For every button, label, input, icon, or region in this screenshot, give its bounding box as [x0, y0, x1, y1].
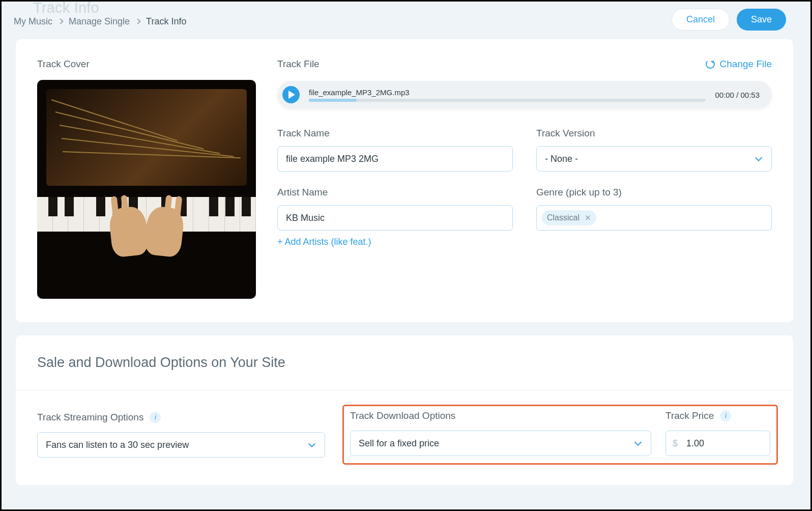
- save-button[interactable]: Save: [737, 9, 786, 31]
- breadcrumb: My Music Manage Single Track Info: [14, 16, 186, 27]
- track-price-label: Track Price: [665, 410, 714, 421]
- cover-art-hands: [103, 207, 190, 263]
- refresh-icon: [706, 60, 715, 69]
- streaming-options-value: Fans can listen to a 30 sec preview: [46, 440, 189, 450]
- track-info-panel: Track Cover: [16, 39, 793, 322]
- artist-name-input[interactable]: [277, 205, 513, 231]
- change-file-button[interactable]: Change File: [706, 59, 772, 70]
- currency-icon: $: [673, 438, 678, 449]
- streaming-options-field: Track Streaming Options i Fans can liste…: [37, 412, 325, 458]
- download-options-field: Track Download Options Sell for a fixed …: [350, 410, 651, 456]
- track-name-field: Track Name: [277, 128, 513, 172]
- chevron-down-icon: [755, 154, 762, 161]
- player-timecode: 00:00 / 00:53: [715, 91, 760, 99]
- sale-options-panel: Sale and Download Options on Your Site T…: [16, 335, 793, 485]
- streaming-options-label: Track Streaming Options: [37, 412, 143, 423]
- track-details-column: Track File Change File file_example_MP3_…: [277, 59, 772, 299]
- track-version-field: Track Version - None -: [536, 128, 772, 172]
- chevron-right-icon: [57, 18, 63, 24]
- track-price-field: Track Price i $: [665, 410, 770, 456]
- breadcrumb-current: Track Info: [146, 16, 186, 27]
- chevron-right-icon: [135, 18, 140, 24]
- artist-name-field: Artist Name + Add Artists (like feat.): [277, 187, 513, 247]
- track-cover-section: Track Cover: [37, 59, 256, 299]
- breadcrumb-manage-single[interactable]: Manage Single: [69, 16, 130, 27]
- sale-options-title: Sale and Download Options on Your Site: [37, 355, 772, 371]
- genre-tag: Classical ✕: [542, 210, 596, 225]
- track-name-label: Track Name: [277, 128, 513, 139]
- download-options-select[interactable]: Sell for a fixed price: [350, 431, 651, 456]
- add-artists-link[interactable]: + Add Artists (like feat.): [277, 237, 513, 247]
- track-cover-image[interactable]: [37, 80, 256, 299]
- track-version-label: Track Version: [536, 128, 772, 139]
- track-name-input[interactable]: [277, 146, 513, 172]
- play-button[interactable]: [282, 86, 300, 103]
- track-version-value: - None -: [545, 154, 578, 164]
- genre-label: Genre (pick up to 3): [536, 187, 772, 198]
- track-price-input[interactable]: [665, 431, 770, 456]
- info-icon[interactable]: i: [720, 410, 731, 421]
- play-icon: [288, 91, 295, 99]
- header-row: Track Info My Music Manage Single Track …: [2, 2, 801, 32]
- streaming-options-select[interactable]: Fans can listen to a 30 sec preview: [37, 432, 325, 458]
- genre-tagbox[interactable]: Classical ✕: [536, 205, 772, 231]
- chevron-down-icon: [634, 439, 642, 446]
- track-file-label: Track File: [277, 59, 320, 70]
- track-version-select[interactable]: - None -: [536, 146, 772, 172]
- info-icon[interactable]: i: [150, 412, 161, 423]
- audio-player: file_example_MP3_2MG.mp3 00:00 / 00:53: [277, 81, 772, 108]
- track-cover-label: Track Cover: [37, 59, 256, 70]
- download-options-value: Sell for a fixed price: [359, 438, 439, 449]
- divider: [16, 390, 793, 390]
- cancel-button[interactable]: Cancel: [672, 9, 730, 31]
- breadcrumb-my-music[interactable]: My Music: [14, 16, 52, 27]
- genre-tag-label: Classical: [547, 213, 579, 222]
- player-filename: file_example_MP3_2MG.mp3: [309, 88, 706, 97]
- artist-name-label: Artist Name: [277, 187, 513, 198]
- genre-field: Genre (pick up to 3) Classical ✕: [536, 187, 772, 247]
- remove-tag-icon[interactable]: ✕: [585, 213, 591, 222]
- page-bg-title: Track Info: [33, 0, 99, 16]
- player-progress-bar[interactable]: [309, 99, 706, 102]
- cover-art-strings: [46, 89, 247, 186]
- download-options-label: Track Download Options: [350, 410, 455, 421]
- player-progress-fill: [309, 99, 357, 102]
- highlighted-region: Track Download Options Sell for a fixed …: [342, 405, 778, 465]
- change-file-label: Change File: [720, 59, 772, 70]
- chevron-down-icon: [308, 440, 315, 447]
